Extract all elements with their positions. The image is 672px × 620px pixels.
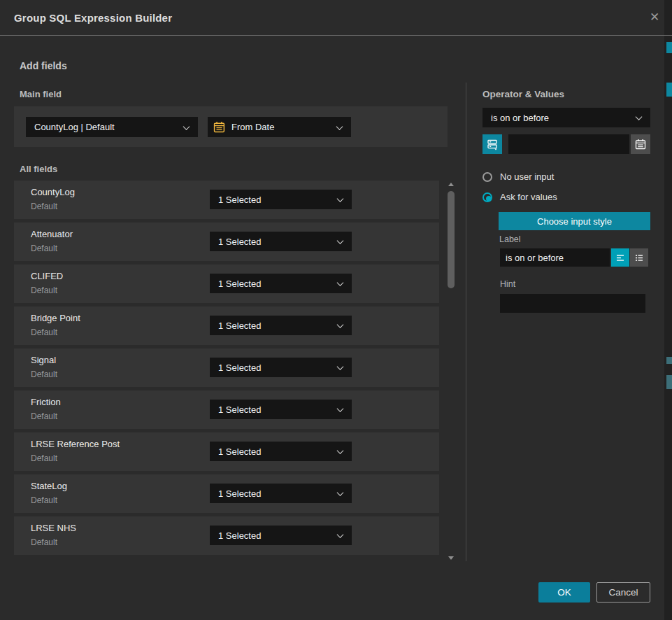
- calendar-icon: [635, 139, 646, 150]
- selected-count: 1 Selected: [218, 530, 334, 541]
- selected-count: 1 Selected: [218, 362, 334, 373]
- selected-count: 1 Selected: [218, 195, 334, 205]
- field-row: Attenuator Default 1 Selected: [14, 223, 439, 261]
- selected-count: 1 Selected: [218, 320, 334, 331]
- label-caption: Label: [499, 234, 521, 244]
- field-sublabel: Default: [31, 453, 57, 463]
- field-row: Bridge Point Default 1 Selected: [14, 307, 439, 345]
- field-selected-dropdown[interactable]: 1 Selected: [210, 274, 352, 293]
- all-fields-label: All fields: [20, 164, 57, 174]
- operator-select[interactable]: is on or before: [482, 108, 650, 127]
- field-row: Signal Default 1 Selected: [14, 348, 439, 387]
- calendar-button[interactable]: [631, 134, 650, 154]
- stacked-values-icon: [486, 138, 499, 150]
- selected-count: 1 Selected: [218, 279, 334, 289]
- chevron-down-icon: [183, 123, 190, 130]
- bullet-list-icon: [634, 252, 645, 263]
- field-name: Bridge Point: [31, 313, 80, 323]
- chevron-down-icon: [337, 447, 344, 454]
- value-source-button[interactable]: [482, 134, 502, 154]
- scroll-down-button[interactable]: [448, 556, 454, 560]
- chevron-down-icon: [337, 237, 344, 244]
- field-sublabel: Default: [31, 327, 57, 337]
- background-accent-mark: [666, 375, 672, 389]
- field-row: CountyLog Default 1 Selected: [14, 181, 439, 219]
- layer-select-value: CountyLog | Default: [34, 122, 180, 132]
- operator-select-value: is on or before: [491, 113, 632, 123]
- dialog-title: Group SQL Expression Builder: [14, 0, 172, 36]
- field-selected-dropdown[interactable]: 1 Selected: [210, 190, 352, 209]
- radio-label: No user input: [500, 171, 554, 182]
- field-name: Attenuator: [31, 229, 73, 239]
- date-select-value: From Date: [231, 122, 333, 132]
- field-selected-dropdown[interactable]: 1 Selected: [210, 316, 352, 335]
- label-input[interactable]: [500, 248, 610, 267]
- field-sublabel: Default: [31, 537, 57, 547]
- hint-caption: Hint: [500, 279, 515, 289]
- chevron-down-icon: [636, 113, 643, 120]
- field-name: LRSE Reference Post: [31, 439, 120, 449]
- radio-circle-icon: [482, 192, 492, 202]
- operator-values-heading: Operator & Values: [482, 89, 564, 99]
- field-sublabel: Default: [31, 202, 57, 211]
- field-row: LRSE NHS Default 1 Selected: [14, 516, 439, 555]
- selected-count: 1 Selected: [218, 446, 334, 457]
- chevron-down-icon: [337, 405, 344, 412]
- chevron-down-icon: [337, 279, 344, 286]
- chevron-down-icon: [337, 489, 344, 496]
- field-list: CountyLog Default 1 Selected Attenuator …: [14, 181, 439, 558]
- field-selected-dropdown[interactable]: 1 Selected: [210, 442, 352, 461]
- scroll-up-button[interactable]: [448, 183, 454, 186]
- main-field-date-select[interactable]: From Date: [208, 117, 351, 137]
- background-accent-mark: [666, 83, 672, 97]
- background-accent-mark: [666, 357, 672, 364]
- field-sublabel: Default: [31, 244, 57, 253]
- field-name: CountyLog: [31, 187, 75, 197]
- chevron-down-icon: [336, 123, 343, 130]
- selected-count: 1 Selected: [218, 404, 334, 415]
- close-icon[interactable]: ✕: [648, 10, 662, 24]
- chevron-down-icon: [337, 321, 344, 328]
- chevron-down-icon: [337, 195, 344, 202]
- selected-count: 1 Selected: [218, 488, 334, 499]
- ok-button[interactable]: OK: [538, 582, 590, 603]
- main-field-label: Main field: [20, 89, 62, 99]
- dialog-titlebar: Group SQL Expression Builder ✕: [0, 0, 672, 36]
- field-selected-dropdown[interactable]: 1 Selected: [210, 484, 352, 503]
- background-app-strip: [664, 0, 672, 620]
- radio-ask-for-values[interactable]: Ask for values: [482, 192, 557, 202]
- bullet-list-style-button[interactable]: [630, 248, 648, 267]
- group-sql-expression-builder-dialog: Group SQL Expression Builder ✕ Add field…: [0, 0, 664, 620]
- cancel-button[interactable]: Cancel: [596, 582, 650, 603]
- field-name: StateLog: [31, 481, 67, 491]
- field-row: LRSE Reference Post Default 1 Selected: [14, 432, 439, 471]
- field-sublabel: Default: [31, 369, 57, 379]
- value-input[interactable]: [508, 134, 629, 154]
- hint-input[interactable]: [500, 294, 645, 313]
- field-selected-dropdown[interactable]: 1 Selected: [210, 232, 352, 251]
- add-fields-heading: Add fields: [20, 60, 67, 71]
- field-name: LRSE NHS: [31, 523, 76, 533]
- radio-no-user-input[interactable]: No user input: [482, 171, 554, 182]
- field-row: CLIFED Default 1 Selected: [14, 265, 439, 303]
- background-accent-mark: [666, 42, 672, 53]
- main-field-layer-select[interactable]: CountyLog | Default: [26, 117, 198, 137]
- radio-circle-icon: [482, 172, 492, 182]
- chevron-down-icon: [337, 531, 344, 538]
- field-selected-dropdown[interactable]: 1 Selected: [210, 526, 352, 545]
- choose-input-style-button[interactable]: Choose input style: [499, 212, 650, 230]
- main-field-panel: CountyLog | Default From Date: [14, 106, 448, 147]
- field-sublabel: Default: [31, 411, 57, 421]
- field-sublabel: Default: [31, 495, 57, 505]
- field-selected-dropdown[interactable]: 1 Selected: [210, 400, 352, 419]
- field-selected-dropdown[interactable]: 1 Selected: [210, 358, 352, 377]
- field-sublabel: Default: [31, 286, 57, 295]
- selected-count: 1 Selected: [218, 237, 334, 247]
- scrollbar-thumb[interactable]: [448, 191, 455, 288]
- chevron-down-icon: [337, 363, 344, 370]
- field-row: Friction Default 1 Selected: [14, 390, 439, 429]
- radio-label: Ask for values: [500, 192, 557, 202]
- field-row: StateLog Default 1 Selected: [14, 474, 439, 513]
- field-name: CLIFED: [31, 271, 63, 281]
- align-left-style-button[interactable]: [611, 248, 629, 267]
